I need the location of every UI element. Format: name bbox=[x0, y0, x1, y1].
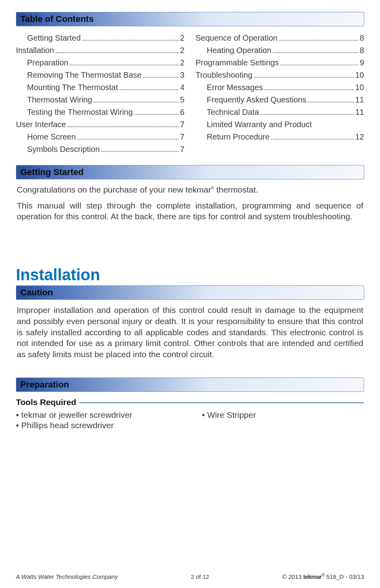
toc-page: 12 bbox=[355, 131, 364, 143]
toc-label: Return Procedure bbox=[207, 131, 270, 143]
toc-entry: Programmable Settings9 bbox=[196, 57, 364, 69]
toc-label: Mounting The Thermostat bbox=[27, 81, 118, 94]
toc-label: Error Messages bbox=[207, 81, 263, 94]
toc-label: Troubleshooting bbox=[196, 69, 253, 81]
toc-label: User Interface bbox=[16, 118, 66, 131]
horizontal-rule bbox=[79, 402, 364, 403]
toc-entry: Sequence of Operation8 bbox=[196, 32, 364, 44]
toc-leader bbox=[68, 126, 178, 127]
toc-page: 11 bbox=[355, 94, 364, 106]
toc-leader bbox=[94, 102, 178, 102]
toc-entry: Installation2 bbox=[16, 44, 184, 57]
getting-started-p2: This manual will step through the comple… bbox=[17, 200, 363, 222]
getting-started-p1: Congratulations on the purchase of your … bbox=[17, 184, 363, 195]
text-fragment: © 2013 bbox=[282, 573, 303, 580]
toc-entry: Preparation2 bbox=[16, 57, 184, 69]
toc-label: Heating Operation bbox=[207, 44, 271, 57]
toc-page: 2 bbox=[180, 57, 184, 69]
toc-label: Frequently Asked Questions bbox=[207, 94, 306, 106]
toc-leader bbox=[261, 114, 354, 115]
toc-leader bbox=[119, 89, 178, 90]
toc-label: Limited Warranty and Product bbox=[207, 118, 312, 131]
footer-company: A Watts Water Technologies Company bbox=[16, 573, 118, 580]
toc-label: Technical Data bbox=[207, 106, 259, 118]
installation-heading: Installation bbox=[16, 266, 364, 284]
caution-heading: Caution bbox=[16, 285, 364, 300]
toc-leader bbox=[273, 52, 358, 53]
toc-leader bbox=[82, 40, 178, 41]
toc-col-left: Getting Started2Installation2Preparation… bbox=[16, 32, 184, 155]
toc-leader bbox=[280, 65, 358, 65]
text-fragment: 518_D - 03/13 bbox=[325, 573, 364, 580]
toc-leader bbox=[254, 77, 354, 78]
toc-page: 4 bbox=[180, 81, 184, 94]
toc-page: 8 bbox=[360, 32, 364, 44]
toc-label: Testing the Thermostat Wiring bbox=[27, 106, 133, 118]
registered-mark-icon: ® bbox=[321, 573, 324, 577]
toc-leader bbox=[143, 77, 178, 78]
toc-page: 8 bbox=[360, 44, 364, 57]
toc-label: Thermostat Wiring bbox=[27, 94, 92, 106]
toc-entry: Getting Started2 bbox=[16, 32, 184, 44]
list-item: Wire Stripper bbox=[202, 410, 364, 420]
toc-page: 11 bbox=[355, 106, 364, 118]
toc-entry: Testing the Thermostat Wiring6 bbox=[16, 106, 184, 118]
toc-entry: Symbols Description7 bbox=[16, 143, 184, 155]
toc-leader bbox=[271, 139, 354, 140]
toc-heading: Table of Contents bbox=[16, 12, 364, 26]
toc-label: Removing The Thermostat Base bbox=[27, 69, 141, 81]
caution-body: Improper installation and operation of t… bbox=[17, 305, 363, 360]
toc-entry: Removing The Thermostat Base3 bbox=[16, 69, 184, 81]
toc-page: 2 bbox=[180, 32, 184, 44]
list-item: Phillips head screwdriver bbox=[16, 421, 178, 430]
footer-copyright: © 2013 tekmar® 518_D - 03/13 bbox=[282, 573, 364, 580]
toc-entry: Frequently Asked Questions11 bbox=[196, 94, 364, 106]
toc-leader bbox=[77, 139, 178, 140]
toc-entry: User Interface7 bbox=[16, 118, 184, 131]
toc-leader bbox=[279, 40, 358, 41]
footer-brand: tekmar bbox=[303, 573, 321, 580]
toc-entry: Thermostat Wiring5 bbox=[16, 94, 184, 106]
toc-entry: Heating Operation8 bbox=[196, 44, 364, 57]
page-footer: A Watts Water Technologies Company 2 of … bbox=[16, 573, 364, 580]
toc-page: 7 bbox=[180, 143, 184, 155]
toc-label: Programmable Settings bbox=[196, 57, 279, 69]
toc-label: Installation bbox=[16, 44, 54, 57]
toc-leader bbox=[308, 102, 354, 102]
text-fragment: Congratulations on the purchase of your … bbox=[17, 185, 211, 194]
tools-required-heading: Tools Required bbox=[16, 397, 364, 407]
toc-entry: Return Procedure12 bbox=[196, 131, 364, 143]
tools-required-list: tekmar or jeweller screwdriverPhillips h… bbox=[16, 409, 364, 431]
toc: Getting Started2Installation2Preparation… bbox=[16, 32, 364, 155]
toc-page: 3 bbox=[180, 69, 184, 81]
tools-required-label: Tools Required bbox=[16, 397, 79, 407]
getting-started-heading: Getting Started bbox=[16, 165, 364, 179]
toc-label: Home Screen bbox=[27, 131, 76, 143]
preparation-heading: Preparation bbox=[16, 378, 364, 392]
list-item: tekmar or jeweller screwdriver bbox=[16, 410, 178, 420]
toc-page: 10 bbox=[355, 69, 364, 81]
toc-page: 6 bbox=[180, 106, 184, 118]
toc-label: Getting Started bbox=[27, 32, 81, 44]
toc-leader bbox=[70, 65, 178, 65]
footer-page-number: 2 of 12 bbox=[191, 573, 209, 580]
toc-label: Symbols Description bbox=[27, 143, 100, 155]
toc-label: Sequence of Operation bbox=[196, 32, 278, 44]
toc-page: 7 bbox=[180, 131, 184, 143]
toc-entry: Limited Warranty and Product bbox=[196, 118, 364, 131]
toc-entry: Mounting The Thermostat4 bbox=[16, 81, 184, 94]
toc-leader bbox=[56, 52, 178, 53]
toc-entry: Technical Data11 bbox=[196, 106, 364, 118]
toc-page: 7 bbox=[180, 118, 184, 131]
toc-entry: Troubleshooting10 bbox=[196, 69, 364, 81]
toc-page: 2 bbox=[180, 44, 184, 57]
toc-leader bbox=[264, 89, 354, 90]
toc-leader bbox=[101, 151, 178, 152]
toc-page: 10 bbox=[355, 81, 364, 94]
toc-leader bbox=[134, 114, 178, 115]
toc-label: Preparation bbox=[27, 57, 68, 69]
toc-entry: Home Screen7 bbox=[16, 131, 184, 143]
toc-entry: Error Messages10 bbox=[196, 81, 364, 94]
toc-page: 5 bbox=[180, 94, 184, 106]
text-fragment: thermostat. bbox=[214, 185, 258, 194]
